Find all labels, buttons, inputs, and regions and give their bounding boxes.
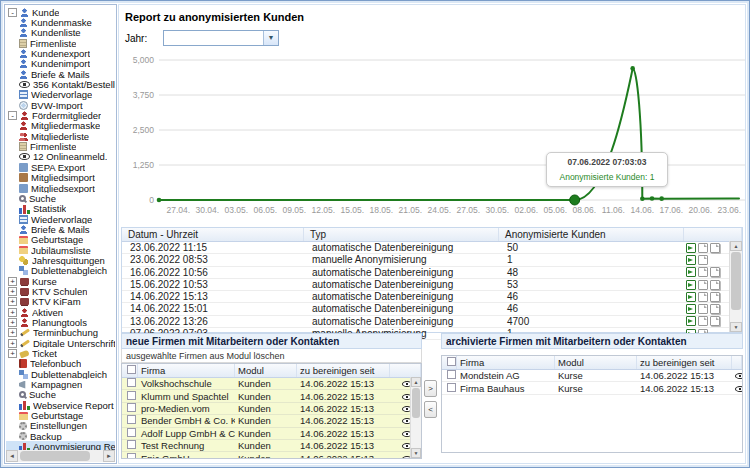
tree-expander-icon[interactable]: +: [8, 277, 17, 286]
document-icon[interactable]: [698, 280, 708, 290]
table-row[interactable]: 14.06.2022 15:13 automatische Datenberei…: [122, 291, 742, 303]
column-header-datum[interactable]: Datum - Uhrzeit: [122, 228, 304, 241]
sidebar-item[interactable]: BVW-Import: [6, 100, 115, 110]
document-copy-icon[interactable]: [710, 280, 720, 290]
tree-expander-icon[interactable]: +: [8, 287, 17, 296]
sidebar-item[interactable]: + Kurse: [6, 276, 115, 286]
table-row[interactable]: 23.06.2022 11:15 automatische Datenberei…: [122, 242, 742, 254]
sidebar-item[interactable]: Mitgliederliste: [6, 131, 115, 141]
sidebar-item[interactable]: Briefe & Mails: [6, 224, 115, 234]
scrollbar-thumb[interactable]: [731, 252, 741, 310]
firm-row[interactable]: Firma Bauhaus Kurse 14.06.2022 15:13: [442, 382, 742, 394]
sidebar-item[interactable]: Webservice Report: [6, 400, 115, 410]
scroll-up-icon[interactable]: [730, 241, 742, 251]
table-row[interactable]: 15.06.2022 10:53 automatische Datenberei…: [122, 279, 742, 291]
row-checkbox[interactable]: [127, 403, 136, 412]
sidebar-item[interactable]: Briefe & Mails: [6, 69, 115, 79]
table-vertical-scrollbar[interactable]: [729, 241, 742, 332]
sidebar-item[interactable]: 356 Kontakt/Bestellung: [6, 79, 115, 89]
row-checkbox[interactable]: [127, 391, 136, 400]
sidebar-item[interactable]: Dublettenabgleich: [6, 369, 115, 379]
new-firms-scrollbar[interactable]: [410, 377, 421, 458]
tree-expander-icon[interactable]: -: [8, 8, 17, 17]
column-header-anonymisierte[interactable]: Anonymisierte Kunden: [499, 228, 684, 241]
sidebar-item[interactable]: Kundenliste: [6, 28, 115, 38]
document-icon[interactable]: [698, 267, 708, 277]
delete-selected-firms-action[interactable]: ausgewählte Firmen aus Modul löschen: [121, 349, 422, 363]
sidebar-item[interactable]: Kundenexport: [6, 48, 115, 58]
row-checkbox[interactable]: [447, 370, 456, 379]
select-all-checkbox[interactable]: [447, 357, 456, 366]
eye-icon[interactable]: [735, 386, 742, 392]
sidebar-item[interactable]: + KTV KiFam: [6, 297, 115, 307]
column-header-typ[interactable]: Typ: [304, 228, 499, 241]
column-header-modul[interactable]: Modul: [555, 356, 637, 369]
sidebar-item[interactable]: + Terminbuchung: [6, 328, 115, 338]
table-row[interactable]: 14.06.2022 15:01 automatische Datenberei…: [122, 303, 742, 315]
firm-row[interactable]: Volkshochschule Kunden 14.06.2022 15:13: [122, 378, 421, 390]
firm-row[interactable]: pro-Medien.vom Kunden 14.06.2022 15:13: [122, 403, 421, 415]
tree-expander-icon[interactable]: +: [8, 297, 17, 306]
row-checkbox[interactable]: [127, 453, 136, 459]
column-header-seit[interactable]: zu bereinigen seit: [637, 356, 732, 369]
firm-row[interactable]: Klumm und Spachtel Kunden 14.06.2022 15:…: [122, 390, 421, 402]
year-select[interactable]: [163, 30, 279, 46]
excel-export-icon[interactable]: [686, 316, 696, 326]
tree-expander-icon[interactable]: +: [8, 308, 17, 317]
document-icon[interactable]: [698, 304, 708, 314]
table-row[interactable]: 16.06.2022 10:56 automatische Datenberei…: [122, 267, 742, 279]
firm-row[interactable]: Mondstein AG Kurse 14.06.2022 15:13: [442, 370, 742, 382]
move-right-button[interactable]: >: [424, 380, 437, 397]
firm-row[interactable]: Bender GmbH & Co. KG Kunden 14.06.2022 1…: [122, 415, 421, 427]
chevron-down-icon[interactable]: [263, 31, 278, 45]
sidebar-item[interactable]: + Aktiven: [6, 307, 115, 317]
sidebar-item[interactable]: Jubiläumsliste: [6, 245, 115, 255]
eye-icon[interactable]: [735, 373, 742, 379]
firm-row[interactable]: Epic GmbH Kunden 14.06.2022 15:13: [122, 452, 421, 459]
sidebar-item[interactable]: + KTV Schulen: [6, 286, 115, 296]
scrollbar-thumb[interactable]: [412, 388, 420, 418]
excel-export-icon[interactable]: [686, 267, 696, 277]
sidebar-item[interactable]: Kampagnen: [6, 379, 115, 389]
excel-export-icon[interactable]: [686, 280, 696, 290]
excel-export-icon[interactable]: [686, 243, 696, 253]
document-icon[interactable]: [698, 243, 708, 253]
scroll-down-icon[interactable]: [411, 448, 421, 458]
sidebar-item[interactable]: Mitgliedsimport: [6, 173, 115, 183]
sidebar-item[interactable]: + Ticket: [6, 348, 115, 358]
row-checkbox[interactable]: [447, 383, 456, 392]
column-header-firma[interactable]: Firma: [138, 364, 235, 377]
row-checkbox[interactable]: [127, 428, 136, 437]
column-header-seit[interactable]: zu bereinigen seit: [297, 364, 390, 377]
excel-export-icon[interactable]: [686, 292, 696, 302]
sidebar-item[interactable]: Kundenimport: [6, 59, 115, 69]
firm-row[interactable]: Test Rechnung Kunden 14.06.2022 15:13: [122, 440, 421, 452]
row-checkbox[interactable]: [127, 440, 136, 449]
sidebar-item[interactable]: Firmenliste: [6, 141, 115, 151]
sidebar-item[interactable]: Mitgliedermaske: [6, 121, 115, 131]
scrollbar-thumb[interactable]: [20, 451, 90, 461]
row-checkbox[interactable]: [127, 378, 136, 387]
sidebar-horizontal-scrollbar[interactable]: [6, 450, 115, 462]
sidebar-item[interactable]: + Planungtools: [6, 317, 115, 327]
select-all-checkbox[interactable]: [127, 365, 136, 374]
document-copy-icon[interactable]: [710, 267, 720, 277]
sidebar-item[interactable]: Geburtstage: [6, 410, 115, 420]
tree-expander-icon[interactable]: +: [8, 349, 17, 358]
document-copy-icon[interactable]: [710, 304, 720, 314]
sidebar-item[interactable]: Backup: [6, 431, 115, 441]
tree-expander-icon[interactable]: +: [8, 339, 17, 348]
column-header-firma[interactable]: Firma: [457, 356, 555, 369]
row-checkbox[interactable]: [127, 415, 136, 424]
document-icon[interactable]: [698, 292, 708, 302]
document-icon[interactable]: [698, 255, 708, 265]
document-copy-icon[interactable]: [710, 316, 720, 326]
sidebar-item[interactable]: Jahresquittungen: [6, 255, 115, 265]
sidebar-item[interactable]: Wiedervorlage: [6, 214, 115, 224]
scroll-up-icon[interactable]: [411, 377, 421, 387]
tree-expander-icon[interactable]: -: [8, 111, 17, 120]
scroll-right-icon[interactable]: [103, 450, 115, 462]
excel-export-icon[interactable]: [686, 255, 696, 265]
document-copy-icon[interactable]: [710, 292, 720, 302]
sidebar-item[interactable]: Telefonbuch: [6, 359, 115, 369]
